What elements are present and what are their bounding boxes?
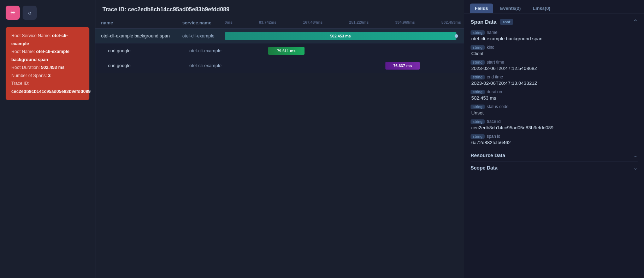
timeline-header: 0ms 83.742ms 167.484ms 251.226ms 334.969… (225, 20, 464, 25)
trace-id-label: Trace ID: (11, 81, 29, 86)
table-header: name service.name 0ms 83.742ms 167.484ms… (95, 17, 464, 29)
chevron-left-icon: « (28, 9, 31, 17)
field-value: cec2edb8cb14cc95ad05e83b9efdd089 (471, 125, 638, 130)
trace-id-value: cec2edb8cb14cc95ad05e83b9efdd089 (11, 89, 90, 94)
type-badge: string (471, 45, 485, 50)
span-name: curl google (108, 63, 189, 68)
chevron-down-icon: ⌄ (633, 153, 638, 158)
type-badge: string (471, 134, 485, 139)
bar-label: 502.453 ms (330, 34, 351, 38)
table-row[interactable]: curl google otel-cli-example 79.611 ms (95, 43, 464, 58)
trace-id-label: Trace ID: (102, 6, 128, 12)
main-content: Trace ID: cec2edb8cb14cc95ad05e83b9efdd0… (95, 0, 464, 278)
field-span-id: string span id 6a72d882fcfb6462 (471, 134, 638, 145)
sidebar: ✳ « Root Service Name: otel-cli-example … (0, 0, 95, 278)
span-data-collapse-button[interactable]: ⌃ (633, 18, 638, 25)
span-data-header: Span Data root ⌃ (471, 18, 638, 25)
field-key: name (487, 30, 497, 35)
field-label-row: string end time (471, 75, 638, 79)
bar-label: 76.637 ms (393, 64, 412, 68)
right-panel: Fields Events(2) Links(0) Span Data root… (464, 0, 644, 278)
timeline-1: 83.742ms (259, 20, 277, 25)
spans-count-row: Number of Spans: 3 (11, 72, 84, 80)
tab-fields[interactable]: Fields (470, 4, 493, 13)
chevron-down-icon: ⌄ (633, 165, 638, 171)
spans-value: 3 (48, 73, 51, 78)
field-label-row: string kind (471, 45, 638, 50)
field-label-row: string trace id (471, 119, 638, 124)
field-label-row: string status code (471, 104, 638, 109)
timeline-4: 334.969ms (395, 20, 415, 25)
timeline-0: 0ms (225, 20, 232, 25)
table-row[interactable]: curl google otel-cli-example 76.637 ms (95, 58, 464, 73)
field-key: start time (487, 60, 504, 65)
bar-label: 79.611 ms (277, 49, 296, 53)
field-trace-id: string trace id cec2edb8cb14cc95ad05e83b… (471, 119, 638, 130)
root-duration-value: 502.453 ms (41, 65, 65, 70)
span-data-title: Span Data (471, 19, 496, 25)
root-duration-row: Root Duration: 502.453 ms (11, 64, 84, 72)
timeline-bar-wrap: 76.637 ms (232, 60, 464, 72)
span-name: curl google (108, 48, 189, 53)
trace-id-row: Trace ID: cec2edb8cb14cc95ad05e83b9efdd0… (11, 79, 84, 95)
service-name: otel-cli-example (189, 63, 232, 68)
trace-header: Trace ID: cec2edb8cb14cc95ad05e83b9efdd0… (95, 0, 464, 17)
service-name: otel-cli-example (182, 33, 225, 39)
span-fields: string name otel-cli-example background … (471, 30, 638, 145)
field-value: Unset (471, 110, 638, 116)
tab-links[interactable]: Links(0) (528, 4, 555, 13)
field-key: trace id (487, 119, 501, 124)
trace-info-box: Root Service Name: otel-cli-example Root… (6, 27, 89, 100)
right-panel-content: Span Data root ⌃ string name otel-cli-ex… (464, 13, 644, 278)
field-end-time: string end time 2023-02-06T20:47:13.0433… (471, 75, 638, 86)
field-key: status code (487, 104, 508, 109)
timeline-5: 502.453ms (441, 20, 461, 25)
field-value: otel-cli-example background span (471, 36, 638, 41)
field-value: 2023-02-06T20:47:12.540868Z (471, 66, 638, 71)
table-row[interactable]: otel-cli-example background span otel-cl… (95, 29, 464, 43)
type-badge: string (471, 75, 485, 79)
field-status-code: string status code Unset (471, 104, 638, 116)
type-badge: string (471, 30, 485, 35)
timeline-3: 251.226ms (349, 20, 369, 25)
type-badge: string (471, 119, 485, 124)
field-start-time: string start time 2023-02-06T20:47:12.54… (471, 60, 638, 71)
resource-data-section[interactable]: Resource Data ⌄ (471, 149, 638, 161)
asterisk-button[interactable]: ✳ (6, 6, 20, 20)
root-name-row: Root Name: otel-cli-example background s… (11, 48, 84, 64)
trace-id-value: cec2edb8cb14cc95ad05e83b9efdd089 (128, 6, 229, 12)
tab-events[interactable]: Events(2) (495, 4, 526, 13)
sidebar-buttons: ✳ « (6, 6, 89, 20)
scope-data-section[interactable]: Scope Data ⌄ (471, 161, 638, 173)
asterisk-icon: ✳ (10, 9, 16, 17)
field-label-row: string duration (471, 89, 638, 94)
type-badge: string (471, 90, 485, 94)
collapse-sidebar-button[interactable]: « (23, 6, 37, 20)
root-name-label: Root Name: (11, 49, 35, 54)
root-badge: root (500, 19, 513, 25)
scope-data-title: Scope Data (471, 165, 497, 171)
bar-end-dot (455, 34, 458, 38)
timeline-bar-wrap: 502.453 ms (225, 30, 464, 42)
field-label-row: string name (471, 30, 638, 35)
field-duration: string duration 502.453 ms (471, 89, 638, 101)
field-key: duration (487, 89, 502, 94)
timeline-bar: 79.611 ms (268, 47, 305, 55)
type-badge: string (471, 60, 485, 65)
timeline-bar-wrap: 79.611 ms (232, 45, 464, 57)
field-key: end time (487, 75, 503, 79)
field-name: string name otel-cli-example background … (471, 30, 638, 41)
service-name: otel-cli-example (189, 48, 232, 53)
field-value: Client (471, 51, 638, 56)
timeline-2: 167.484ms (303, 20, 323, 25)
root-service-row: Root Service Name: otel-cli-example (11, 32, 84, 48)
type-badge: string (471, 105, 485, 109)
field-label-row: string start time (471, 60, 638, 65)
field-key: kind (487, 45, 495, 50)
root-duration-label: Root Duration: (11, 65, 40, 70)
field-value: 502.453 ms (471, 95, 638, 101)
tab-bar: Fields Events(2) Links(0) (464, 0, 644, 13)
field-value: 2023-02-06T20:47:13.043321Z (471, 81, 638, 86)
timeline-bar: 76.637 ms (385, 62, 420, 70)
resource-data-title: Resource Data (471, 153, 505, 158)
